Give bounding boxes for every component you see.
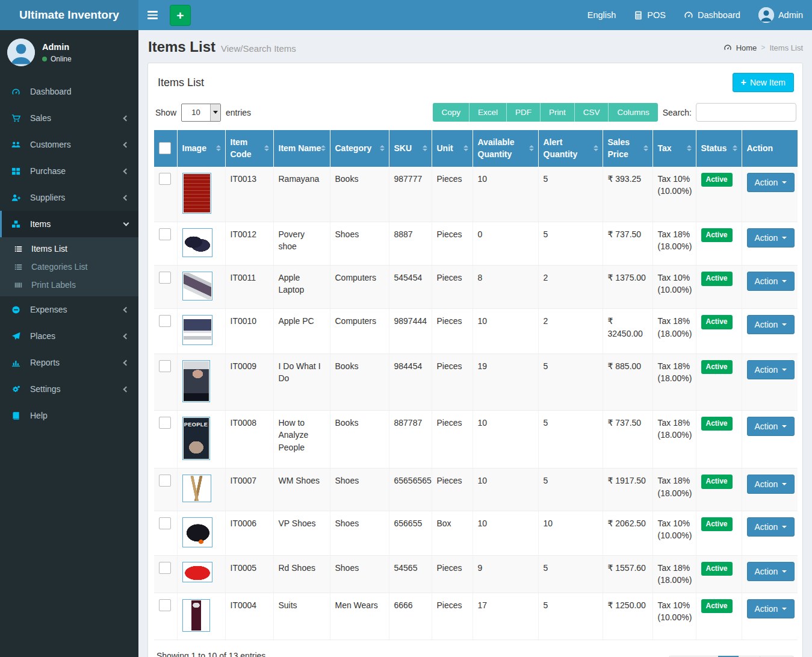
column-header-image[interactable]: Image xyxy=(177,130,225,167)
minus-circle-icon xyxy=(11,305,25,314)
export-excel-button[interactable]: Excel xyxy=(470,103,507,122)
search-input[interactable] xyxy=(696,103,796,122)
item-name-cell: I Do What I Do xyxy=(273,353,330,410)
page-length-value: 10 xyxy=(182,104,210,121)
new-item-button[interactable]: + New Item xyxy=(733,73,794,92)
chevron-left-icon xyxy=(123,115,129,121)
available-quantity-cell: 10 xyxy=(473,469,538,511)
sales-price-cell: ₹ 737.50 xyxy=(603,411,652,469)
sidebar-item-sales[interactable]: Sales xyxy=(0,105,138,131)
quick-add-button[interactable]: + xyxy=(170,5,191,26)
sidebar-item-suppliers[interactable]: Suppliers xyxy=(0,184,138,211)
export-copy-button[interactable]: Copy xyxy=(433,103,470,122)
sidebar-item-settings[interactable]: Settings xyxy=(0,376,138,402)
action-button[interactable]: Action xyxy=(747,599,795,618)
column-header-sales-price[interactable]: Sales Price xyxy=(603,130,652,167)
user-menu[interactable]: Admin xyxy=(749,0,812,30)
select-all-checkbox[interactable] xyxy=(159,142,171,154)
action-button[interactable]: Action xyxy=(747,315,795,334)
available-quantity-cell: 10 xyxy=(473,511,538,555)
column-header-action: Action xyxy=(742,130,798,167)
sidebar-item-places[interactable]: Places xyxy=(0,323,138,349)
sidebar-item-items[interactable]: Items xyxy=(0,211,138,237)
column-header-label: Sales Price xyxy=(608,137,630,159)
alert-quantity-cell: 5 xyxy=(538,411,603,469)
panel-header: Items List + New Item xyxy=(154,69,796,99)
action-button[interactable]: Action xyxy=(747,475,795,494)
user-status: Online xyxy=(42,55,72,63)
row-checkbox[interactable] xyxy=(159,173,171,185)
column-header-status[interactable]: Status xyxy=(696,130,742,167)
row-checkbox[interactable] xyxy=(159,228,171,240)
row-checkbox[interactable] xyxy=(159,475,171,487)
category-cell: Books xyxy=(330,353,389,410)
chevron-down-icon xyxy=(123,220,129,226)
column-header-alert-quantity[interactable]: Alert Quantity xyxy=(538,130,603,167)
sidebar-item-purchase[interactable]: Purchase xyxy=(0,158,138,184)
page-length-select[interactable]: 10 xyxy=(181,104,221,122)
action-button[interactable]: Action xyxy=(747,272,795,291)
row-checkbox[interactable] xyxy=(159,599,171,611)
dashboard-icon xyxy=(11,87,25,96)
item-image-cell xyxy=(177,309,225,353)
row-checkbox[interactable] xyxy=(159,360,171,372)
sidebar-item-help[interactable]: Help xyxy=(0,402,138,429)
sidebar-item-reports[interactable]: Reports xyxy=(0,349,138,376)
plus-icon: + xyxy=(176,9,184,22)
sidebar-subitem-categories-list[interactable]: Categories List xyxy=(0,258,138,276)
home-icon xyxy=(724,43,732,52)
action-button[interactable]: Action xyxy=(747,417,795,436)
status-cell: Active xyxy=(696,555,742,593)
column-header-category[interactable]: Category xyxy=(330,130,389,167)
column-header-item-name[interactable]: Item Name xyxy=(273,130,330,167)
item-code-cell: IT0011 xyxy=(225,266,273,309)
export-csv-button[interactable]: CSV xyxy=(575,103,609,122)
row-checkbox[interactable] xyxy=(159,272,171,284)
sales-price-cell: ₹ 1557.60 xyxy=(603,555,652,593)
sidebar-subitem-items-list[interactable]: Items List xyxy=(0,240,138,258)
column-header-item-code[interactable]: Item Code xyxy=(225,130,273,167)
sidebar-toggle-button[interactable] xyxy=(138,0,166,30)
breadcrumb-home[interactable]: Home xyxy=(736,43,757,52)
item-name-cell: Apple Laptop xyxy=(273,266,330,309)
table-row: IT0007WM ShoesShoes65656565Pieces105₹ 19… xyxy=(154,469,798,511)
sidebar-item-dashboard[interactable]: Dashboard xyxy=(0,78,138,105)
language-menu[interactable]: English xyxy=(578,0,625,30)
row-checkbox[interactable] xyxy=(159,417,171,429)
category-cell: Shoes xyxy=(330,555,389,593)
available-quantity-cell: 17 xyxy=(473,593,538,640)
export-print-button[interactable]: Print xyxy=(541,103,575,122)
column-header-label: Category xyxy=(335,143,372,153)
export-columns-button[interactable]: Columns xyxy=(609,103,657,122)
submenu-item-label: Categories List xyxy=(31,262,87,272)
column-header-tax[interactable]: Tax xyxy=(652,130,696,167)
action-button[interactable]: Action xyxy=(747,173,795,192)
action-button[interactable]: Action xyxy=(747,562,795,581)
row-checkbox[interactable] xyxy=(159,315,171,327)
dashboard-link[interactable]: Dashboard xyxy=(675,0,749,30)
item-code-cell: IT0012 xyxy=(225,222,273,265)
column-header-available-quantity[interactable]: Available Quantity xyxy=(473,130,538,167)
sidebar-item-customers[interactable]: Customers xyxy=(0,131,138,158)
action-button[interactable]: Action xyxy=(747,517,795,537)
action-button[interactable]: Action xyxy=(747,228,795,248)
pos-link[interactable]: POS xyxy=(625,0,675,30)
action-button[interactable]: Action xyxy=(747,360,795,379)
online-status-icon xyxy=(42,57,47,61)
tax-cell: Tax 18%(18.00%) xyxy=(652,353,696,410)
row-checkbox[interactable] xyxy=(159,517,171,529)
column-header-unit[interactable]: Unit xyxy=(432,130,473,167)
column-header-sku[interactable]: SKU xyxy=(389,130,432,167)
item-image-cell xyxy=(177,469,225,511)
available-quantity-cell: 10 xyxy=(473,167,538,222)
sidebar-subitem-print-labels[interactable]: Print Labels xyxy=(0,276,138,294)
category-cell: Books xyxy=(330,411,389,469)
status-cell: Active xyxy=(696,309,742,353)
brand-logo[interactable]: Ultimate Inventory xyxy=(0,0,138,30)
export-pdf-button[interactable]: PDF xyxy=(507,103,541,122)
table-row: IT0010Apple PCComputers9897444Pieces102₹… xyxy=(154,309,798,353)
sidebar-item-expenses[interactable]: Expenses xyxy=(0,296,138,323)
row-checkbox[interactable] xyxy=(159,562,171,574)
items-table: ImageItem CodeItem NameCategorySKUUnitAv… xyxy=(154,130,798,640)
submenu-item-label: Print Labels xyxy=(31,280,76,290)
